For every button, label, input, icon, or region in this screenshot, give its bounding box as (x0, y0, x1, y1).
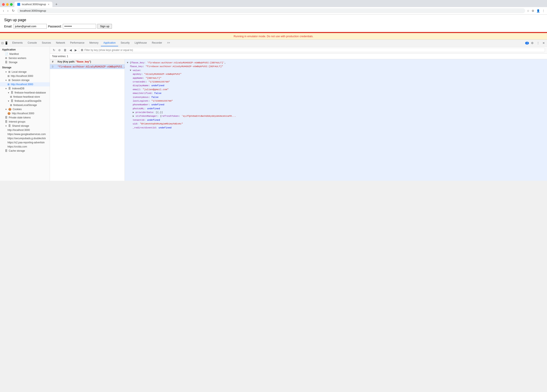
private-state-icon: 🗄 (5, 116, 7, 119)
indexeddb-label: IndexedDB (12, 87, 24, 90)
sidebar-item-storage-root[interactable]: 🗄 Storage (0, 60, 50, 64)
menu-icon[interactable]: ⋮ (542, 9, 545, 13)
filter-input[interactable] (84, 49, 543, 52)
devtools-main: Application 📄 Manifest ⚙ Service workers… (0, 47, 547, 181)
sidebar-item-firebase-local-storage[interactable]: ⊞ firebaseLocalStorage (0, 103, 50, 107)
devtools-icons: 4 ⚙ ⋮ ✕ (525, 40, 546, 46)
shared-url2: https://www.googleadservices.com (7, 133, 46, 136)
address-bar: ‹ › ↻ ☆ ⚙ 👤 ⋮ (0, 7, 547, 14)
delete-button[interactable]: 🗑 (63, 48, 67, 52)
json-line-18: _redirectEventId: undefined (127, 126, 545, 130)
sidebar-item-session-storage[interactable]: ▼ ⊞ Session storage (0, 78, 50, 82)
sidebar-item-shared-url4[interactable]: https://s2.paa-reporting-advertisin (0, 140, 50, 145)
minimize-button[interactable] (6, 3, 9, 6)
email-input[interactable] (14, 24, 47, 29)
tab-security[interactable]: Security (118, 40, 132, 46)
sidebar-item-cookies[interactable]: ▼ 🍪 Cookies (0, 107, 50, 111)
back-button[interactable]: ‹ (2, 8, 5, 13)
new-tab-button[interactable]: + (55, 2, 58, 7)
row-number: 0 (50, 64, 55, 69)
shared-url4: https://s2.paa-reporting-advertisin (7, 141, 45, 144)
sidebar-item-indexeddb[interactable]: ▼ 🗄 IndexedDB (0, 86, 50, 91)
prev-button[interactable]: ◀ (69, 48, 73, 52)
profile-icon[interactable]: 👤 (536, 9, 540, 13)
json-line-17: uid: "BYimneVUqhkRuHg1mRb1myh8ExHc" (127, 122, 545, 126)
sidebar-item-private-state-tokens[interactable]: 🗄 Private state tokens (0, 115, 50, 120)
main-content: ↻ ⊘ 🗑 ◀ ▶ ⊟ Total entries: 1 (50, 47, 547, 181)
col-key: Key (Key path: "fbase_key") (55, 59, 125, 64)
refresh-button[interactable]: ↻ (11, 8, 15, 13)
sidebar-item-shared-url1[interactable]: http://localhost:3000 (0, 128, 50, 132)
close-button[interactable] (2, 3, 5, 6)
json-line-12: phoneNumber: undefined (127, 103, 545, 106)
browser-tab[interactable]: 🌐 localhost:3000/signup ✕ (14, 2, 52, 7)
interest-groups-label: Interest groups (9, 120, 25, 123)
stop-button[interactable]: ⊘ (57, 48, 62, 52)
service-workers-icon: ⚙ (5, 57, 7, 60)
heartbeat-store-icon: ⊞ (10, 95, 12, 98)
tab-memory[interactable]: Memory (87, 40, 101, 46)
tab-console[interactable]: Console (25, 40, 39, 46)
tab-sources[interactable]: Sources (39, 40, 54, 46)
sidebar-item-shared-url2[interactable]: https://www.googleadservices.com (0, 132, 50, 136)
storage-icon: 🗄 (5, 61, 7, 64)
tab-more[interactable]: >> (164, 40, 172, 46)
sidebar-item-cookies-url[interactable]: 🍪 http://localhost:3000 (0, 111, 50, 115)
manifest-label: Manifest (9, 53, 19, 55)
sidebar-item-firebase-local-storage-db[interactable]: ▼ 🗄 firebaseLocalStorageDb (0, 99, 50, 103)
total-entries: Total entries: 1 (50, 53, 547, 59)
close-devtools-button[interactable]: ✕ (542, 40, 546, 46)
private-state-label: Private state tokens (9, 116, 31, 119)
sidebar-item-local-storage[interactable]: ▼ ⊞ Local storage (0, 70, 50, 74)
tab-application[interactable]: Application (101, 40, 118, 46)
maximize-button[interactable] (10, 3, 13, 6)
email-label: Email: (4, 25, 12, 28)
tab-close-icon[interactable]: ✕ (48, 3, 49, 6)
shared-url3: https://securepubads.g.doubleclick (7, 137, 46, 140)
page-content: Sign up page Email: Password: Sign up (0, 14, 547, 33)
tab-network[interactable]: Network (54, 40, 68, 46)
json-line-8: email: "julian@gmail.com" (127, 88, 545, 91)
storage-table: # Key (Key path: "fbase_key") Value 0 "f… (50, 59, 125, 69)
sidebar-item-cache-storage[interactable]: 🗄 Cache storage (0, 149, 50, 153)
col-num: # (50, 59, 55, 64)
device-icon: 📱 (5, 41, 8, 45)
cookies-url-icon: 🍪 (7, 112, 11, 115)
extension-icon[interactable]: ⚙ (532, 9, 534, 13)
storage-section-title: Storage (0, 64, 50, 70)
sidebar-item-local-storage-url[interactable]: ⊞ http://localhost:3000 (0, 74, 50, 78)
signup-button[interactable]: Sign up (97, 24, 112, 29)
cookies-label: Cookies (13, 108, 22, 111)
sidebar-item-shared-url5[interactable]: https://crcldu.com (0, 145, 50, 149)
tab-lighthouse[interactable]: Lighthouse (132, 40, 149, 46)
tab-performance[interactable]: Performance (68, 40, 87, 46)
sidebar-item-interest-groups[interactable]: 🗄 Interest groups (0, 120, 50, 124)
json-line-5: appName: "[DEFAULT]" (127, 76, 545, 80)
tab-elements[interactable]: Elements (10, 40, 25, 46)
json-line-6: createdAt: "1723866155790" (127, 80, 545, 84)
sidebar-item-session-storage-url[interactable]: ⊞ http://localhost:3000 (0, 82, 50, 86)
filter-box: ⊟ (79, 48, 545, 52)
sidebar-item-firebase-heartbeat[interactable]: ▼ 🗄 firebase-heartbeat-database (0, 91, 50, 95)
refresh-storage-button[interactable]: ↻ (52, 48, 56, 52)
sidebar-item-shared-storage[interactable]: ▼ 🗄 Shared storage (0, 124, 50, 128)
session-storage-label: Session storage (12, 79, 29, 82)
forward-button[interactable]: › (7, 8, 9, 13)
json-line-11: lastLoginAt: "1723866155790" (127, 99, 545, 103)
shared-storage-label: Shared storage (12, 124, 29, 127)
more-options-button[interactable]: ⋮ (536, 40, 540, 46)
password-input[interactable] (63, 24, 96, 29)
sidebar-item-firebase-heartbeat-store[interactable]: ⊞ firebase-heartbeat-store (0, 95, 50, 99)
tab-recorder[interactable]: Recorder (149, 40, 164, 46)
shared-url1: http://localhost:3000 (7, 129, 30, 132)
bookmark-icon[interactable]: ☆ (527, 9, 530, 13)
address-input[interactable] (17, 8, 525, 13)
sidebar-item-manifest[interactable]: 📄 Manifest (0, 52, 50, 56)
sidebar-item-shared-url3[interactable]: https://securepubads.g.doubleclick (0, 136, 50, 140)
tab-title: localhost:3000/signup (22, 3, 46, 6)
settings-button[interactable]: ⚙ (530, 40, 534, 46)
sidebar-item-service-workers[interactable]: ⚙ Service workers (0, 56, 50, 60)
next-button[interactable]: ▶ (74, 48, 78, 52)
table-row[interactable]: 0 "firebase:authUser:AIzaSyRUHG9ZP-vUWBq… (50, 64, 125, 69)
password-label: Password: (48, 25, 62, 28)
